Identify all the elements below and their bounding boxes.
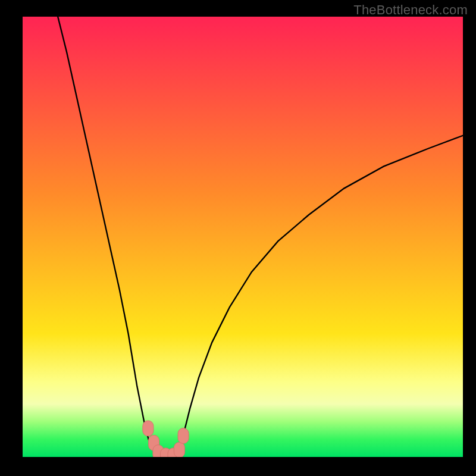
plot-area	[23, 17, 463, 457]
marker-point	[178, 428, 189, 443]
watermark-text: TheBottleneck.com	[353, 2, 468, 18]
chart-svg	[23, 17, 463, 457]
marker-point	[174, 442, 184, 457]
outer-black-frame: TheBottleneck.com	[0, 0, 476, 476]
gradient-background	[23, 17, 463, 457]
marker-point	[143, 421, 154, 436]
